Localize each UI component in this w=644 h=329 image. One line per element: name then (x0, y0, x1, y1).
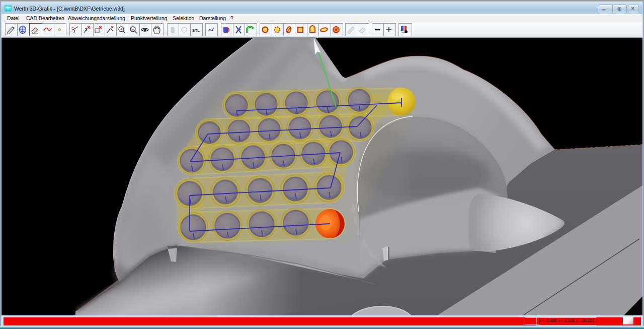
svg-text:STL: STL (192, 28, 200, 33)
